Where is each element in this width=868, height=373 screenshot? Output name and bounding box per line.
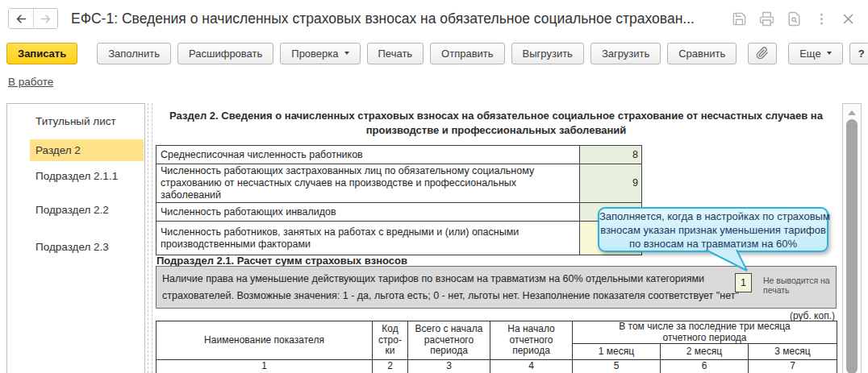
col-header-total: Всего с начала расчетного периода xyxy=(408,321,490,360)
col-number: 5 xyxy=(573,360,661,373)
col-header-code: Код стро-ки xyxy=(373,321,408,360)
scroll-up-icon[interactable] xyxy=(848,110,856,115)
sidebar-item-subsection-2-1-1[interactable]: Подраздел 2.1.1 xyxy=(30,165,144,187)
col-number: 1 xyxy=(156,360,373,373)
col-number: 7 xyxy=(749,360,837,373)
col-header-last-three-months: В том числе за последние три месяца отче… xyxy=(573,321,837,344)
forward-button[interactable] xyxy=(33,9,57,28)
scrollbar-thumb[interactable] xyxy=(846,119,858,373)
section-2-heading-line2: производстве и профессиональных заболева… xyxy=(156,123,837,138)
arrow-left-icon xyxy=(15,12,28,26)
col-header-begin: На начало отчетного периода xyxy=(490,321,573,360)
col-number: 6 xyxy=(661,360,749,373)
col-header-month-2: 2 месяц xyxy=(661,344,749,360)
tariff-benefit-value-field[interactable]: 1 xyxy=(735,273,752,292)
row-label: Численность работников, занятых на работ… xyxy=(156,222,580,255)
more-button[interactable]: Еще xyxy=(788,43,842,64)
check-button-label: Проверка xyxy=(291,48,338,60)
decrypt-button[interactable]: Расшифровать xyxy=(177,43,273,64)
send-button[interactable]: Отправить xyxy=(430,43,504,64)
col-number: 2 xyxy=(373,360,408,373)
tooltip-line3: по взносам на травматизм на 60% xyxy=(599,237,827,251)
table-row: Численность работников, занятых на работ… xyxy=(156,222,642,255)
value-cell[interactable]: 9 xyxy=(580,164,642,203)
value-cell[interactable]: 8 xyxy=(580,146,642,164)
fill-button[interactable]: Заполнить xyxy=(97,43,171,64)
subsection-2-1-heading: Подраздел 2.1. Расчет сумм страховых взн… xyxy=(156,255,407,267)
compare-button[interactable]: Сравнить xyxy=(667,43,737,64)
units-label: (руб. коп.) xyxy=(790,310,835,321)
status-row: В работе xyxy=(8,74,53,89)
write-button[interactable]: Записать xyxy=(6,43,77,64)
table-row: Численность работающих застрахованных ли… xyxy=(156,164,642,203)
close-icon[interactable] xyxy=(841,12,855,26)
tariff-benefit-text-line2: страхователей. Возможные значения: 1 - д… xyxy=(162,288,759,305)
contributions-table-header: Наименование показателя Код стро-ки Всег… xyxy=(156,321,837,373)
tooltip-line1: Заполняется, когда в настройках по страх… xyxy=(599,209,827,223)
help-button[interactable]: ? xyxy=(849,43,868,64)
tariff-benefit-text: Наличие права на уменьшение действующих … xyxy=(162,271,759,305)
sidebar: Титульный лист Раздел 2 Подраздел 2.1.1 … xyxy=(6,103,145,373)
tooltip-bubble: Заполняется, когда в настройках по страх… xyxy=(598,207,828,252)
headcount-table: Среднесписочная численность работников 8… xyxy=(156,145,642,255)
load-button[interactable]: Загрузить xyxy=(590,43,661,64)
table-row: Численность работающих инвалидов 8 xyxy=(156,203,642,222)
col-number: 4 xyxy=(490,360,573,373)
panel-splitter[interactable] xyxy=(148,103,152,373)
col-header-month-1: 1 месяц xyxy=(573,344,661,360)
col-header-last-three-months-label: В том числе за последние три месяца отче… xyxy=(610,321,799,343)
row-label: Численность работающих застрахованных ли… xyxy=(156,164,580,203)
row-label: Среднесписочная численность работников xyxy=(156,146,580,164)
sidebar-item-subsection-2-3[interactable]: Подраздел 2.3 xyxy=(30,236,144,258)
attachments-button[interactable] xyxy=(748,43,777,64)
print-button[interactable]: Печать xyxy=(367,43,424,64)
export-button[interactable]: Выгрузить xyxy=(511,43,584,64)
col-header-month-3: 3 месяц xyxy=(749,344,837,360)
more-button-label: Еще xyxy=(799,48,820,60)
chevron-down-icon xyxy=(827,52,832,55)
tooltip-line2: взносам указан признак уменьшения тарифо… xyxy=(599,223,827,237)
sidebar-item-section-2[interactable]: Раздел 2 xyxy=(30,139,144,161)
check-button[interactable]: Проверка xyxy=(280,43,360,64)
tariff-benefit-text-line1: Наличие права на уменьшение действующих … xyxy=(162,271,759,288)
status-link[interactable]: В работе xyxy=(8,76,53,88)
table-row: Среднесписочная численность работников 8 xyxy=(156,146,642,164)
not-printed-note: Не выводится на печать xyxy=(763,276,837,295)
col-number: 3 xyxy=(408,360,490,373)
sidebar-item-subsection-2-2[interactable]: Подраздел 2.2 xyxy=(30,199,144,221)
titlebar-icons xyxy=(732,11,855,27)
title-bar: ЕФС-1: Сведения о начисленных страховых … xyxy=(0,0,868,37)
print-icon[interactable] xyxy=(759,11,774,27)
section-2-heading: Раздел 2. Сведения о начисленных страхов… xyxy=(156,103,837,138)
form-content: Раздел 2. Сведения о начисленных страхов… xyxy=(156,103,837,373)
history-nav xyxy=(8,8,58,29)
col-header-name: Наименование показателя xyxy=(156,321,373,360)
back-button[interactable] xyxy=(9,9,33,28)
header-row: Наименование показателя Код стро-ки Всег… xyxy=(156,321,837,344)
row-label: Численность работающих инвалидов xyxy=(156,203,580,222)
window-title: ЕФС-1: Сведения о начисленных страховых … xyxy=(71,10,724,27)
chevron-down-icon xyxy=(344,52,349,55)
section-2-heading-line1: Раздел 2. Сведения о начисленных страхов… xyxy=(156,109,837,123)
save-icon[interactable] xyxy=(732,11,747,27)
tooltip-tail-icon xyxy=(704,250,761,272)
paperclip-icon xyxy=(756,47,769,60)
efs1-report-window: ЕФС-1: Сведения о начисленных страховых … xyxy=(0,0,868,373)
column-number-row: 1 2 3 4 5 6 7 xyxy=(156,360,837,373)
more-menu-icon[interactable] xyxy=(814,11,829,27)
print-preview-icon[interactable] xyxy=(787,11,802,27)
arrow-right-icon xyxy=(39,12,52,26)
toolbar: Записать Заполнить Расшифровать Проверка… xyxy=(0,37,868,69)
vertical-scrollbar[interactable] xyxy=(842,103,862,373)
sidebar-item-title-page[interactable]: Титульный лист xyxy=(30,110,144,132)
